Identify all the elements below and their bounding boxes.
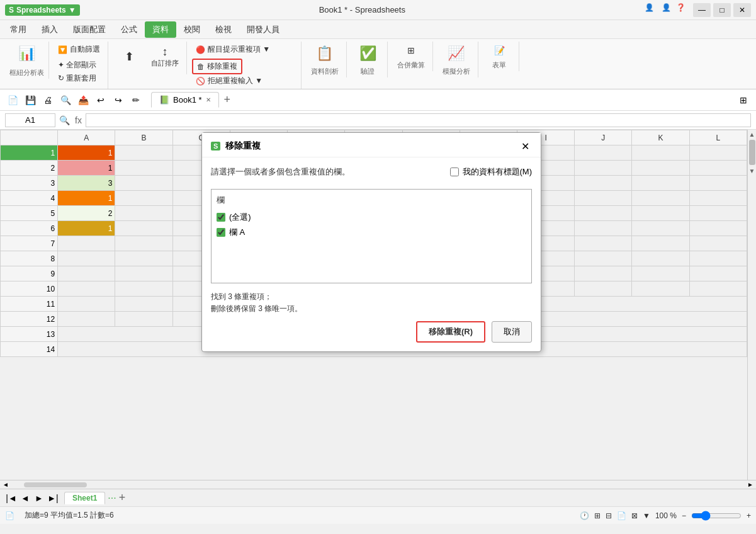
- add-sheet-btn[interactable]: +: [119, 491, 126, 504]
- cancel-button[interactable]: 取消: [492, 321, 532, 343]
- cell-J6[interactable]: [575, 221, 632, 236]
- select-all-checkbox[interactable]: [217, 213, 225, 222]
- cell-B9[interactable]: [115, 266, 172, 281]
- maximize-button[interactable]: □: [713, 3, 731, 17]
- row-header-4[interactable]: 4: [1, 191, 58, 206]
- row-header-12[interactable]: 12: [1, 312, 58, 327]
- cell-L1[interactable]: [689, 145, 747, 161]
- has-header-checkbox[interactable]: [450, 168, 459, 176]
- cell-L6[interactable]: [689, 221, 747, 236]
- cell-L4[interactable]: [689, 191, 747, 206]
- col-header-A[interactable]: A: [58, 130, 115, 145]
- cell-A4[interactable]: 1: [58, 191, 115, 206]
- autofilter-button[interactable]: 🔽 自動篩選: [54, 43, 104, 56]
- cell-K7[interactable]: [632, 236, 689, 251]
- menu-item-charu[interactable]: 插入: [34, 21, 65, 38]
- cell-A10[interactable]: [58, 281, 115, 297]
- row-header-13[interactable]: 13: [1, 327, 58, 342]
- cell-J10[interactable]: [575, 281, 632, 297]
- history-icon[interactable]: 🕐: [580, 511, 589, 520]
- cell-B3[interactable]: [115, 176, 172, 191]
- table-view-icon[interactable]: ⊟: [606, 511, 612, 520]
- cell-B1[interactable]: [115, 145, 172, 161]
- cell-J8[interactable]: [575, 251, 632, 266]
- reject-dup-button[interactable]: 🚫 拒絕重複輸入 ▼: [192, 74, 266, 88]
- preview-btn[interactable]: 🔍: [58, 93, 73, 108]
- form-button[interactable]: 📝: [483, 43, 515, 58]
- cell-J4[interactable]: [575, 191, 632, 206]
- add-tab-btn[interactable]: +: [220, 93, 235, 106]
- page-view-icon[interactable]: 📄: [617, 511, 626, 520]
- menu-item-ziliao[interactable]: 資料: [145, 21, 176, 38]
- scroll-right-arrow[interactable]: ►: [745, 481, 756, 488]
- remove-dup-confirm-button[interactable]: 移除重複(R): [416, 321, 485, 343]
- format-btn[interactable]: ✏: [128, 93, 144, 108]
- cell-J2[interactable]: [575, 161, 632, 176]
- row-header-3[interactable]: 3: [1, 176, 58, 191]
- zoom-slider[interactable]: [691, 511, 742, 521]
- cell-K10[interactable]: [632, 281, 689, 297]
- cell-B7[interactable]: [115, 236, 172, 251]
- h-scroll-thumb[interactable]: [24, 482, 87, 487]
- layout-icon[interactable]: ⊠: [631, 511, 638, 520]
- cell-A3[interactable]: 3: [58, 176, 115, 191]
- col-header-L[interactable]: L: [689, 130, 747, 145]
- show-all-button[interactable]: ✦ 全部顯示: [54, 59, 100, 72]
- pivot-table-button[interactable]: 📊: [11, 43, 43, 65]
- cell-K1[interactable]: [632, 145, 689, 161]
- print-btn[interactable]: 🖨: [40, 93, 55, 108]
- right-scrollbar[interactable]: ▲ ▼: [747, 130, 756, 480]
- cell-ref-input[interactable]: [5, 113, 55, 127]
- cell-B2[interactable]: [115, 161, 172, 176]
- cell-L8[interactable]: [689, 251, 747, 266]
- cell-B8[interactable]: [115, 251, 172, 266]
- data-parse-button[interactable]: 📋: [309, 43, 341, 64]
- cell-K6[interactable]: [632, 221, 689, 236]
- cell-K9[interactable]: [632, 266, 689, 281]
- simulate-button[interactable]: 📈: [441, 43, 472, 64]
- dropdown-arrow[interactable]: ▼: [69, 6, 76, 14]
- scroll-left-arrow[interactable]: ◄: [0, 481, 11, 488]
- help-icon[interactable]: 👤: [645, 3, 654, 17]
- row-header-8[interactable]: 8: [1, 251, 58, 266]
- row-header-14[interactable]: 14: [1, 342, 58, 357]
- layout-btn[interactable]: ⊞: [736, 93, 751, 108]
- custom-sort-button[interactable]: ↕ 自訂排序: [147, 43, 183, 71]
- tab-close-icon[interactable]: ✕: [206, 96, 211, 103]
- reapply-button[interactable]: ↻ 重新套用: [54, 72, 100, 85]
- grid-view-icon[interactable]: ⊞: [594, 511, 601, 520]
- menu-item-xiaoyue[interactable]: 校閱: [176, 21, 208, 38]
- scroll-thumb[interactable]: [749, 140, 755, 165]
- cell-B11[interactable]: [115, 297, 172, 312]
- zoom-icon[interactable]: 🔍: [58, 114, 71, 127]
- cell-K3[interactable]: [632, 176, 689, 191]
- row-header-10[interactable]: 10: [1, 281, 58, 297]
- menu-item-gongshi[interactable]: 公式: [113, 21, 145, 38]
- menu-item-banmian[interactable]: 版面配置: [65, 21, 113, 38]
- cell-A5[interactable]: 2: [58, 206, 115, 221]
- cell-A7[interactable]: [58, 236, 115, 251]
- validate-button[interactable]: ✅: [352, 43, 383, 64]
- cell-K4[interactable]: [632, 191, 689, 206]
- close-button[interactable]: ✕: [733, 3, 751, 17]
- menu-item-kaifa[interactable]: 開發人員: [239, 21, 287, 38]
- row-header-9[interactable]: 9: [1, 266, 58, 281]
- sort-asc-button[interactable]: ⬆: [113, 47, 145, 66]
- row-header-11[interactable]: 11: [1, 297, 58, 312]
- remove-dup-button[interactable]: 🗑 移除重複: [192, 59, 242, 74]
- sheet-next-btn[interactable]: ►: [33, 492, 45, 504]
- row-header-2[interactable]: 2: [1, 161, 58, 176]
- sheet-last-btn[interactable]: ►|: [47, 492, 59, 504]
- cell-K5[interactable]: [632, 206, 689, 221]
- merge-calc-button[interactable]: ⊞: [395, 43, 427, 58]
- zoom-in-icon[interactable]: +: [747, 511, 751, 520]
- help-btn[interactable]: ❓: [676, 3, 685, 17]
- cell-A6[interactable]: 1: [58, 221, 115, 236]
- cell-J5[interactable]: [575, 206, 632, 221]
- cell-L2[interactable]: [689, 161, 747, 176]
- send-btn[interactable]: 📤: [76, 93, 91, 108]
- cell-L3[interactable]: [689, 176, 747, 191]
- row-header-1[interactable]: 1: [1, 145, 58, 161]
- horizontal-scrollbar[interactable]: ◄ ►: [0, 480, 756, 489]
- col-a-checkbox[interactable]: [217, 228, 225, 237]
